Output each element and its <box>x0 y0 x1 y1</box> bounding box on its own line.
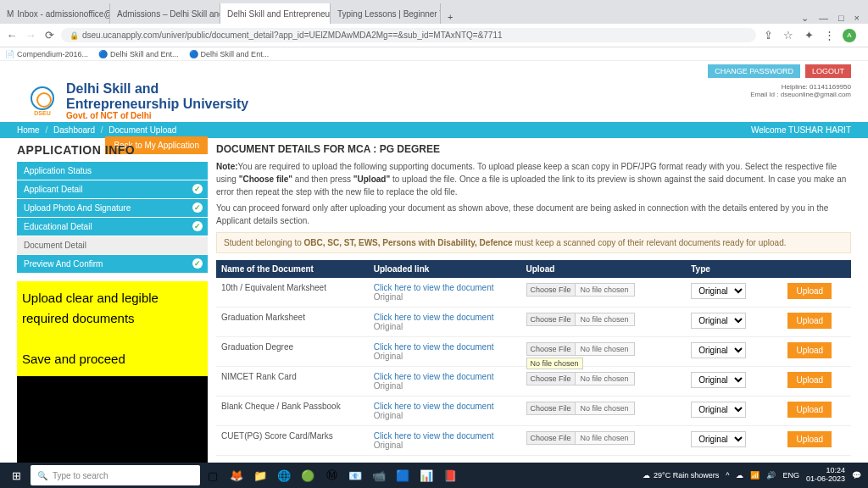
breadcrumb-home[interactable]: Home <box>17 125 40 135</box>
tray-chevron-icon[interactable]: ^ <box>726 471 729 480</box>
type-select[interactable]: Original <box>691 313 746 329</box>
bookmark-item[interactable]: 🔵Delhi Skill and Ent... <box>98 50 179 58</box>
choose-file-button[interactable]: Choose File <box>527 402 576 414</box>
minimize-icon[interactable]: — <box>819 13 828 24</box>
upload-button[interactable]: Upload <box>787 431 832 447</box>
start-button[interactable]: ⊞ <box>3 463 29 488</box>
breadcrumb-dashboard[interactable]: Dashboard <box>53 125 95 135</box>
no-file-label: No file chosen <box>576 373 634 385</box>
view-document-link[interactable]: Click here to view the document <box>374 313 494 322</box>
taskbar-app[interactable]: 🟦 <box>392 463 414 488</box>
nav-preview-confirm[interactable]: Preview And Confirm✓ <box>17 255 208 273</box>
maximize-icon[interactable]: □ <box>838 13 844 24</box>
nav-educational-detail[interactable]: Educational Detail✓ <box>17 218 208 236</box>
file-input[interactable]: Choose FileNo file chosen <box>526 372 635 385</box>
window-controls: ⌄ — □ × <box>793 13 868 24</box>
taskbar-app[interactable]: 🦊 <box>225 463 248 488</box>
upload-button[interactable]: Upload <box>787 372 832 388</box>
tray-cloud-icon[interactable]: ☁ <box>736 471 743 480</box>
type-select[interactable]: Original <box>691 372 746 388</box>
weather-icon: ☁ <box>643 471 650 480</box>
no-file-label: No file chosen <box>576 343 634 355</box>
taskbar-app[interactable]: 📧 <box>344 463 366 488</box>
bookmark-item[interactable]: 📄Compendium-2016... <box>5 50 88 58</box>
upload-button[interactable]: Upload <box>787 313 832 329</box>
browser-tab-active[interactable]: Delhi Skill and Entrepreneurship× <box>220 3 331 24</box>
forward-icon[interactable]: → <box>24 29 37 42</box>
choose-file-button[interactable]: Choose File <box>527 343 576 355</box>
weather-widget[interactable]: ☁29°C Rain showers <box>643 471 719 480</box>
nav-applicant-detail[interactable]: Applicant Detail✓ <box>17 180 208 198</box>
taskbar-clock[interactable]: 10:24 01-06-2023 <box>806 467 845 484</box>
type-select[interactable]: Original <box>691 283 746 299</box>
type-select[interactable]: Original <box>691 342 746 358</box>
back-icon[interactable]: ← <box>5 29 19 42</box>
original-label: Original <box>374 411 516 420</box>
upload-button[interactable]: Upload <box>787 402 832 418</box>
upload-button[interactable]: Upload <box>787 342 832 358</box>
change-password-button[interactable]: CHANGE PASSWORD <box>708 64 800 78</box>
taskbar-app[interactable]: 🟢 <box>297 463 319 488</box>
obc-warning: Student belonging to OBC, SC, ST, EWS, P… <box>216 232 851 253</box>
upload-button[interactable]: Upload <box>787 283 832 299</box>
extension-icon[interactable]: ✦ <box>802 29 815 42</box>
nav-application-status[interactable]: Application Status <box>17 162 208 180</box>
original-label: Original <box>374 292 516 302</box>
choose-file-button[interactable]: Choose File <box>527 284 576 296</box>
file-input[interactable]: Choose FileNo file chosen <box>526 431 635 445</box>
browser-tab[interactable]: Typing Lessons | Beginner Wrap...× <box>331 3 441 24</box>
file-input[interactable]: Choose FileNo file chosen <box>526 402 635 415</box>
choose-file-button[interactable]: Choose File <box>527 373 576 385</box>
browser-tab[interactable]: Admissions – Delhi Skill and Ent...× <box>110 3 220 24</box>
col-type: Type <box>686 260 768 278</box>
address-bar: ← → ⟳ 🔒 dseu.ucanapply.com/univer/public… <box>0 24 868 47</box>
view-document-link[interactable]: Click here to view the document <box>374 283 494 292</box>
share-icon[interactable]: ⇪ <box>761 29 775 42</box>
doc-name: Graduation Marksheet <box>216 308 369 337</box>
tray-wifi-icon[interactable]: 📶 <box>750 471 760 480</box>
star-icon[interactable]: ☆ <box>782 29 795 42</box>
bookmark-item[interactable]: 🔵Delhi Skill and Ent... <box>189 50 270 58</box>
nav-document-detail[interactable]: Document Detail <box>17 236 208 254</box>
table-row: Graduation Marksheet Click here to view … <box>216 308 851 337</box>
taskbar-app[interactable]: 📹 <box>368 463 390 488</box>
taskbar-app[interactable]: 📕 <box>439 463 461 488</box>
doc-name: CUET(PG) Score Card/Marks <box>216 426 369 456</box>
menu-icon[interactable]: ⋮ <box>822 29 836 42</box>
browser-tab[interactable]: MInbox - admissionoffice@dseu...× <box>0 3 110 24</box>
choose-file-button[interactable]: Choose File <box>527 313 576 325</box>
view-document-link[interactable]: Click here to view the document <box>374 342 494 352</box>
type-select[interactable]: Original <box>691 402 746 418</box>
profile-avatar[interactable]: A <box>843 29 856 42</box>
logout-button[interactable]: LOGOUT <box>805 64 851 78</box>
original-label: Original <box>374 381 516 391</box>
notifications-icon[interactable]: 💬 <box>852 471 861 480</box>
taskbar-app[interactable]: 📊 <box>415 463 437 488</box>
choose-file-button[interactable]: Choose File <box>527 432 576 444</box>
type-select[interactable]: Original <box>691 431 746 447</box>
close-window-icon[interactable]: × <box>854 13 860 24</box>
new-tab-button[interactable]: + <box>441 10 459 24</box>
file-input[interactable]: Choose FileNo file chosen <box>526 342 635 356</box>
task-view-icon[interactable]: ▢ <box>202 463 224 488</box>
url-input[interactable]: 🔒 dseu.ucanapply.com/univer/public/docum… <box>61 28 756 42</box>
annotation-upload: Upload clear and legible required docume… <box>17 281 208 376</box>
nav-upload-photo[interactable]: Upload Photo And Signature✓ <box>17 199 208 217</box>
taskbar-app[interactable]: Ⓜ <box>320 463 342 488</box>
taskbar-app[interactable]: 📁 <box>249 463 271 488</box>
file-input[interactable]: Choose FileNo file chosen <box>526 313 635 326</box>
caret-down-icon[interactable]: ⌄ <box>801 13 809 24</box>
table-row: Blank Cheque / Bank Passbook Click here … <box>216 396 851 426</box>
view-document-link[interactable]: Click here to view the document <box>374 402 494 411</box>
tray-volume-icon[interactable]: 🔊 <box>766 471 776 480</box>
file-input[interactable]: Choose FileNo file chosen <box>526 283 635 297</box>
reload-icon[interactable]: ⟳ <box>42 29 56 42</box>
view-document-link[interactable]: Click here to view the document <box>374 431 494 441</box>
view-document-link[interactable]: Click here to view the document <box>374 372 494 381</box>
tray-language[interactable]: ENG <box>782 471 799 480</box>
helpline-info: Helpline: 01141169950 Email Id : dseuonl… <box>750 83 851 98</box>
col-name: Name of the Document <box>216 260 369 278</box>
taskbar-search[interactable]: 🔍Type to search <box>31 465 200 485</box>
taskbar-app[interactable]: 🌐 <box>273 463 295 488</box>
welcome-user: Welcome TUSHAR HARIT <box>751 125 851 135</box>
